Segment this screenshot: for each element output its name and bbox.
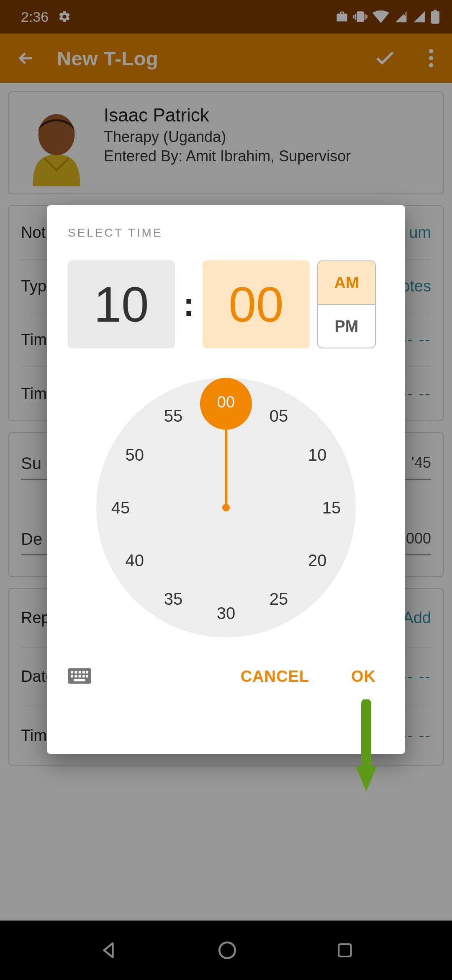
svg-rect-8 [79, 671, 81, 673]
ampm-toggle[interactable]: AM PM [317, 260, 376, 348]
wifi-icon [372, 10, 389, 23]
svg-rect-19 [339, 944, 351, 956]
time-colon: : [182, 285, 195, 324]
keyboard-input-button[interactable] [68, 668, 93, 686]
time-picker-dialog: SELECT TIME 10 : 00 AM PM 00 05101520253… [47, 205, 405, 754]
cancel-button[interactable]: CANCEL [232, 663, 318, 691]
selected-minute: 00 [217, 393, 235, 411]
nav-home-button[interactable] [217, 940, 238, 961]
svg-rect-16 [74, 679, 85, 681]
clock-tick[interactable]: 30 [213, 601, 239, 626]
svg-rect-14 [82, 675, 85, 677]
clock-tick[interactable]: 10 [305, 442, 330, 467]
clock-tick[interactable]: 25 [266, 586, 291, 611]
dialog-title: SELECT TIME [68, 226, 384, 240]
svg-rect-12 [74, 675, 77, 677]
pm-option[interactable]: PM [318, 305, 375, 348]
navigation-bar [0, 921, 452, 980]
person-by: Entered By: Amit Ibrahim, Supervisor [104, 147, 351, 165]
signal-icon: x [394, 10, 408, 23]
clock-tick[interactable]: 05 [266, 404, 291, 429]
status-bar: 2:36 x [0, 0, 452, 34]
clock-tick[interactable]: 55 [161, 404, 186, 429]
svg-point-1 [429, 49, 433, 53]
briefcase-icon [336, 10, 348, 23]
svg-rect-11 [71, 675, 73, 677]
nav-recents-button[interactable] [336, 941, 354, 959]
am-option[interactable]: AM [318, 261, 375, 305]
clock-tick[interactable]: 15 [319, 495, 344, 520]
battery-icon [431, 10, 439, 24]
svg-text:x: x [403, 10, 406, 17]
overflow-menu-button[interactable] [416, 43, 446, 73]
person-name: Isaac Patrick [104, 105, 351, 126]
signal-icon-2 [413, 10, 426, 23]
status-time: 2:36 [21, 9, 49, 25]
svg-rect-7 [74, 671, 77, 673]
svg-point-3 [429, 63, 433, 67]
svg-rect-6 [71, 671, 73, 673]
nav-back-button[interactable] [98, 940, 119, 961]
person-org: Therapy (Uganda) [104, 128, 351, 146]
svg-point-2 [429, 56, 433, 60]
minute-box[interactable]: 00 [203, 260, 310, 348]
clock-tick[interactable]: 45 [108, 495, 133, 520]
confirm-button[interactable] [370, 43, 400, 73]
vibrate-icon [353, 10, 367, 24]
avatar [21, 105, 92, 188]
app-bar: New T-Log [0, 34, 452, 83]
svg-rect-15 [86, 675, 88, 677]
clock-tick[interactable]: 50 [122, 442, 147, 467]
clock-center [222, 504, 230, 511]
annotation-arrow [352, 699, 381, 796]
clock-hand [225, 401, 227, 508]
clock-tick[interactable]: 20 [305, 548, 330, 573]
clock-tick[interactable]: 40 [122, 548, 147, 573]
hour-box[interactable]: 10 [68, 260, 175, 348]
back-button[interactable] [11, 43, 41, 73]
person-card: Isaac Patrick Therapy (Uganda) Entered B… [8, 91, 444, 194]
clock-face[interactable]: 00 0510152025303540455055 [96, 378, 356, 637]
svg-rect-13 [79, 675, 81, 677]
svg-rect-9 [82, 671, 85, 673]
clock-tick[interactable]: 35 [161, 586, 186, 611]
gear-icon [58, 10, 71, 23]
page-title: New T-Log [57, 47, 354, 70]
svg-rect-10 [86, 671, 88, 673]
svg-point-18 [219, 942, 235, 958]
ok-button[interactable]: OK [343, 663, 384, 691]
